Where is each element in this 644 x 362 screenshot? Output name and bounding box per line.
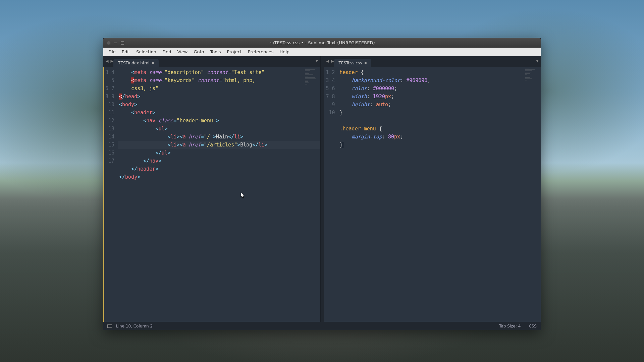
menu-edit[interactable]: Edit <box>119 48 133 55</box>
statusbar: Line 10, Column 2 Tab Size: 4 CSS <box>103 322 541 330</box>
gutter-left: 3 4 5 6 7 8 9 10 11 12 13 14 15 16 17 <box>104 67 118 322</box>
tab-dropdown-icon[interactable]: ▼ <box>316 59 318 63</box>
tab-testcss[interactable]: TESTcss.css <box>334 59 372 67</box>
workspace: ◀ ▶ TESTindex.html ▼ 3 4 5 6 7 8 9 10 11… <box>103 56 541 322</box>
tab-label: TESTcss.css <box>339 61 362 65</box>
menu-preferences[interactable]: Preferences <box>245 48 276 55</box>
sublime-window: ~/TESTcss.css • - Sublime Text (UNREGIST… <box>103 38 541 330</box>
desktop-wallpaper: ~/TESTcss.css • - Sublime Text (UNREGIST… <box>0 0 644 362</box>
tab-testindex[interactable]: TESTindex.html <box>113 59 159 67</box>
close-icon[interactable] <box>107 41 111 45</box>
tab-dropdown-icon[interactable]: ▼ <box>536 59 539 63</box>
status-syntax[interactable]: CSS <box>529 324 537 328</box>
pane-right: ◀ ▶ TESTcss.css ▼ 1 2 3 4 5 6 7 8 9 10 h… <box>324 56 541 322</box>
window-titlebar[interactable]: ~/TESTcss.css • - Sublime Text (UNREGIST… <box>103 38 541 48</box>
editor-right[interactable]: 1 2 3 4 5 6 7 8 9 10 header { background… <box>324 67 541 322</box>
gutter-right: 1 2 3 4 5 6 7 8 9 10 <box>325 67 338 322</box>
dirty-indicator-icon <box>152 62 154 64</box>
menu-selection[interactable]: Selection <box>133 48 159 55</box>
pane-divider[interactable] <box>321 56 324 322</box>
tabbar-left: ◀ ▶ TESTindex.html ▼ <box>103 56 320 67</box>
tabbar-right: ◀ ▶ TESTcss.css ▼ <box>324 56 541 67</box>
minimap-left[interactable] <box>304 67 320 322</box>
tab-label: TESTindex.html <box>118 61 149 65</box>
editor-left[interactable]: 3 4 5 6 7 8 9 10 11 12 13 14 15 16 17 <m… <box>103 67 320 322</box>
minimize-icon[interactable] <box>114 43 117 43</box>
menu-goto[interactable]: Goto <box>191 48 207 55</box>
nav-back-icon[interactable]: ◀ <box>325 58 330 64</box>
menu-project[interactable]: Project <box>224 48 245 55</box>
status-tab-size[interactable]: Tab Size: 4 <box>499 324 521 328</box>
minimap-right[interactable] <box>524 67 541 322</box>
menu-view[interactable]: View <box>174 48 191 55</box>
pane-left: ◀ ▶ TESTindex.html ▼ 3 4 5 6 7 8 9 10 11… <box>103 56 321 322</box>
code-left[interactable]: <meta name="description" content="Test s… <box>118 67 320 322</box>
menu-help[interactable]: Help <box>276 48 292 55</box>
menu-tools[interactable]: Tools <box>207 48 224 55</box>
dirty-indicator-icon <box>365 62 367 64</box>
menubar: File Edit Selection Find View Goto Tools… <box>103 48 541 56</box>
menu-file[interactable]: File <box>105 48 119 55</box>
code-right[interactable]: header { background-color: #969696; colo… <box>338 67 541 322</box>
nav-back-icon[interactable]: ◀ <box>105 58 109 64</box>
panel-switcher-icon[interactable] <box>107 324 112 328</box>
window-title: ~/TESTcss.css • - Sublime Text (UNREGIST… <box>103 40 541 45</box>
maximize-icon[interactable] <box>121 41 124 45</box>
status-position[interactable]: Line 10, Column 2 <box>116 324 153 328</box>
menu-find[interactable]: Find <box>159 48 174 55</box>
